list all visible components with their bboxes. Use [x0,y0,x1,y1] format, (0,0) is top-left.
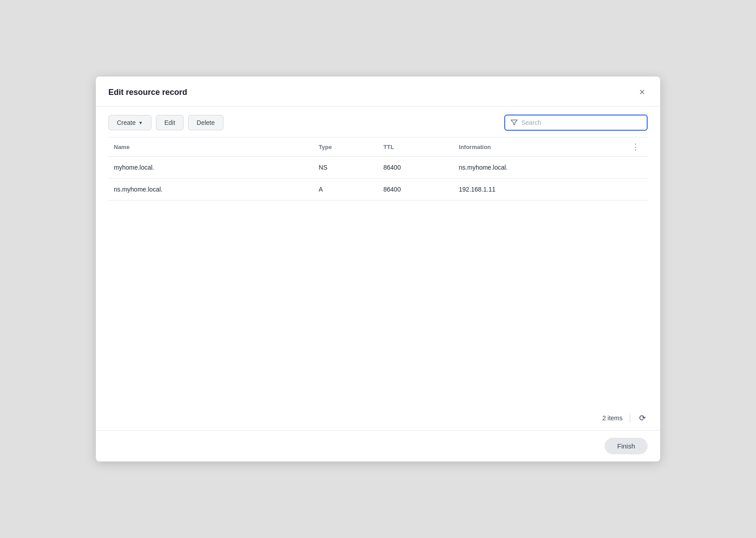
cell-type: NS [314,157,378,179]
finish-button[interactable]: Finish [605,438,648,454]
row-menu-cell [626,157,648,179]
row-menu-cell [626,179,648,201]
close-button[interactable]: × [636,86,648,98]
col-header-type: Type [314,137,378,157]
column-menu-button[interactable]: ⋮ [631,142,640,152]
col-header-name: Name [108,137,314,157]
col-header-menu: ⋮ [626,137,648,157]
search-input[interactable] [521,115,641,130]
dialog-header: Edit resource record × [96,77,660,107]
refresh-icon: ⟳ [639,414,646,423]
cell-ttl: 86400 [378,179,454,201]
cell-name: myhome.local. [108,157,314,179]
cell-information: 192.168.1.11 [454,179,626,201]
filter-icon [511,119,518,127]
dialog-title: Edit resource record [108,88,187,97]
edit-button[interactable]: Edit [156,115,184,130]
create-label: Create [117,119,136,126]
items-count: 2 items [602,414,623,422]
footer-items-bar: 2 items ⟳ [96,406,660,430]
items-divider [630,413,630,423]
table-wrapper: Name Type TTL Information ⋮ myhome.local… [96,137,660,406]
cell-type: A [314,179,378,201]
cell-name: ns.myhome.local. [108,179,314,201]
create-button[interactable]: Create ▼ [108,115,151,130]
col-header-information: Information [454,137,626,157]
toolbar: Create ▼ Edit Delete [96,107,660,137]
cell-ttl: 86400 [378,157,454,179]
table-body: myhome.local.NS86400ns.myhome.local.ns.m… [108,157,648,201]
delete-button[interactable]: Delete [188,115,223,130]
toolbar-left: Create ▼ Edit Delete [108,115,500,130]
dialog-footer: Finish [96,430,660,461]
resource-table: Name Type TTL Information ⋮ myhome.local… [108,137,648,201]
col-header-ttl: TTL [378,137,454,157]
edit-resource-dialog: Edit resource record × Create ▼ Edit Del… [96,77,660,461]
table-row[interactable]: ns.myhome.local.A86400192.168.1.11 [108,179,648,201]
cell-information: ns.myhome.local. [454,157,626,179]
chevron-down-icon: ▼ [138,120,143,125]
refresh-button[interactable]: ⟳ [637,411,648,425]
table-row[interactable]: myhome.local.NS86400ns.myhome.local. [108,157,648,179]
table-header-row: Name Type TTL Information ⋮ [108,137,648,157]
search-wrapper [504,115,648,131]
